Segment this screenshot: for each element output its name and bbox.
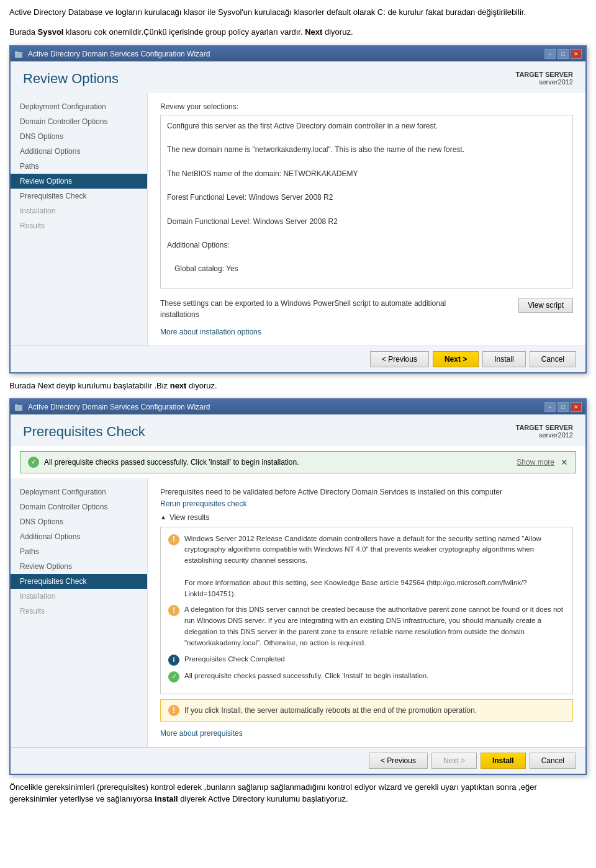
banner-close-button[interactable]: ✕ (561, 457, 568, 467)
install-button-1[interactable]: Install (482, 351, 525, 367)
warning-text-2: A delegation for this DNS server cannot … (184, 604, 565, 648)
wizard-header-1: Review Options TARGET SERVER server2012 (11, 61, 585, 93)
review-options-box[interactable]: Configure this server as the first Activ… (160, 115, 573, 289)
success-check-icon: ✓ (28, 457, 39, 468)
success-row: ✓ All prerequisite checks passed success… (168, 671, 565, 682)
wizard-sidebar-1: Deployment Configuration Domain Controll… (11, 93, 147, 346)
sidebar-item-prereq-check-1[interactable]: Prerequisites Check (11, 189, 147, 204)
warning-row-2: ! A delegation for this DNS server canno… (168, 604, 565, 648)
window-controls-2[interactable]: − □ ✕ (544, 402, 582, 412)
maximize-button-1[interactable]: □ (558, 49, 569, 59)
chevron-up-icon: ▲ (160, 514, 166, 521)
sidebar-item-installation-1: Installation (11, 204, 147, 218)
wizard-content-1: Review your selections: Configure this s… (147, 93, 585, 346)
wizard-window-1: Active Directory Domain Services Configu… (9, 45, 587, 374)
cancel-button-2[interactable]: Cancel (530, 753, 576, 769)
titlebar-icon-2 (14, 402, 24, 412)
wizard-header-2: Prerequisites Check TARGET SERVER server… (11, 414, 585, 446)
info-text: Prerequisites Check Completed (184, 654, 565, 666)
wizard-content-2: Prerequisites need to be validated befor… (147, 478, 585, 747)
sidebar-item-dc-options-1[interactable]: Domain Controller Options (11, 114, 147, 129)
wizard-main-1: Deployment Configuration Domain Controll… (11, 93, 585, 346)
sidebar-item-dns-options-1[interactable]: DNS Options (11, 129, 147, 144)
warning-icon-2: ! (168, 605, 179, 616)
titlebar-1: Active Directory Domain Services Configu… (11, 47, 585, 61)
review-label: Review your selections: (160, 102, 573, 111)
success-icon: ✓ (168, 671, 179, 682)
wizard-title-2: Active Directory Domain Services Configu… (28, 403, 210, 411)
between-text: Burada Next deyip kurulumu başlatabilir … (9, 380, 587, 392)
previous-button-1[interactable]: < Previous (370, 351, 429, 367)
wizard-footer-2: < Previous Next > Install Cancel (11, 747, 585, 774)
sidebar-item-additional-options-2[interactable]: Additional Options (11, 529, 147, 544)
cancel-button-1[interactable]: Cancel (530, 351, 576, 367)
sidebar-item-dns-options-2[interactable]: DNS Options (11, 514, 147, 529)
window-controls-1[interactable]: − □ ✕ (544, 49, 582, 59)
svg-rect-2 (15, 405, 22, 411)
prereq-success-banner: ✓ All prerequisite checks passed success… (20, 451, 576, 473)
warning-icon-1: ! (168, 534, 179, 545)
sidebar-item-results-1: Results (11, 218, 147, 233)
svg-rect-1 (15, 51, 18, 53)
more-link-2[interactable]: More about prerequisites (160, 729, 573, 738)
show-more-link[interactable]: Show more (517, 458, 554, 467)
view-results-header[interactable]: ▲ View results (160, 513, 573, 522)
target-server-1: TARGET SERVER server2012 (516, 71, 574, 86)
sidebar-item-paths-1[interactable]: Paths (11, 159, 147, 174)
intro-paragraph-1: Active Directory Database ve logların ku… (9, 6, 587, 19)
next-button-1[interactable]: Next > (433, 351, 479, 367)
install-note-icon: ! (168, 705, 179, 716)
titlebar-icon-1 (14, 49, 24, 59)
banner-area: ✓ All prerequisite checks passed success… (11, 451, 585, 473)
wizard-footer-1: < Previous Next > Install Cancel (11, 346, 585, 372)
success-text: All prerequisite checks passed successfu… (184, 671, 565, 682)
sidebar-item-review-options-1[interactable]: Review Options (11, 174, 147, 189)
results-box: ! Windows Server 2012 Release Candidate … (160, 527, 573, 694)
target-server-2: TARGET SERVER server2012 (516, 424, 574, 439)
next-button-2: Next > (431, 753, 477, 769)
previous-button-2[interactable]: < Previous (369, 753, 428, 769)
banner-text: All prerequisite checks passed successfu… (44, 458, 299, 467)
sidebar-item-review-options-2[interactable]: Review Options (11, 559, 147, 574)
intro-paragraph-2: Burada Sysvol klasoru cok onemlidir.Çünk… (9, 26, 587, 38)
sidebar-item-deployment-config-1[interactable]: Deployment Configuration (11, 99, 147, 114)
rerun-prereq-link[interactable]: Rerun prerequisites check (160, 499, 246, 508)
maximize-button-2[interactable]: □ (558, 402, 569, 412)
sidebar-item-paths-2[interactable]: Paths (11, 544, 147, 559)
install-note: ! If you click Install, the server autom… (160, 699, 573, 722)
minimize-button-2[interactable]: − (544, 402, 556, 412)
wizard-main-2: Deployment Configuration Domain Controll… (11, 478, 585, 747)
view-script-button[interactable]: View script (518, 298, 573, 313)
wizard-title-1: Active Directory Domain Services Configu… (28, 50, 210, 58)
svg-rect-3 (15, 405, 18, 406)
sidebar-item-additional-options-1[interactable]: Additional Options (11, 144, 147, 159)
outro-paragraph: Öncelikle gereksinimleri (prerequisites)… (9, 781, 587, 805)
titlebar-2: Active Directory Domain Services Configu… (11, 400, 585, 414)
warning-text-1: Windows Server 2012 Release Candidate do… (184, 534, 565, 600)
info-icon: i (168, 655, 179, 666)
wizard-page-title-1: Review Options (23, 71, 119, 87)
sidebar-item-dc-options-2[interactable]: Domain Controller Options (11, 499, 147, 514)
wizard-page-title-2: Prerequisites Check (23, 424, 145, 440)
install-button-2[interactable]: Install (481, 753, 526, 769)
sidebar-item-installation-2: Installation (11, 589, 147, 604)
more-link-1[interactable]: More about installation options (160, 328, 573, 336)
export-section: These settings can be exported to a Wind… (160, 298, 573, 320)
wizard-sidebar-2: Deployment Configuration Domain Controll… (11, 478, 147, 747)
close-button-2[interactable]: ✕ (571, 402, 582, 412)
view-results-label: View results (169, 513, 209, 522)
close-button-1[interactable]: ✕ (571, 49, 582, 59)
sidebar-item-prereq-check-2[interactable]: Prerequisites Check (11, 574, 147, 589)
export-text: These settings can be exported to a Wind… (160, 298, 458, 320)
svg-rect-0 (15, 52, 22, 58)
warning-row-1: ! Windows Server 2012 Release Candidate … (168, 534, 565, 600)
wizard-window-2: Active Directory Domain Services Configu… (9, 398, 587, 775)
sidebar-item-deployment-config-2[interactable]: Deployment Configuration (11, 485, 147, 499)
sidebar-item-results-2: Results (11, 604, 147, 619)
install-note-text: If you click Install, the server automat… (184, 706, 477, 715)
minimize-button-1[interactable]: − (544, 49, 556, 59)
info-row: i Prerequisites Check Completed (168, 654, 565, 666)
prereq-info-text: Prerequisites need to be validated befor… (160, 488, 573, 496)
